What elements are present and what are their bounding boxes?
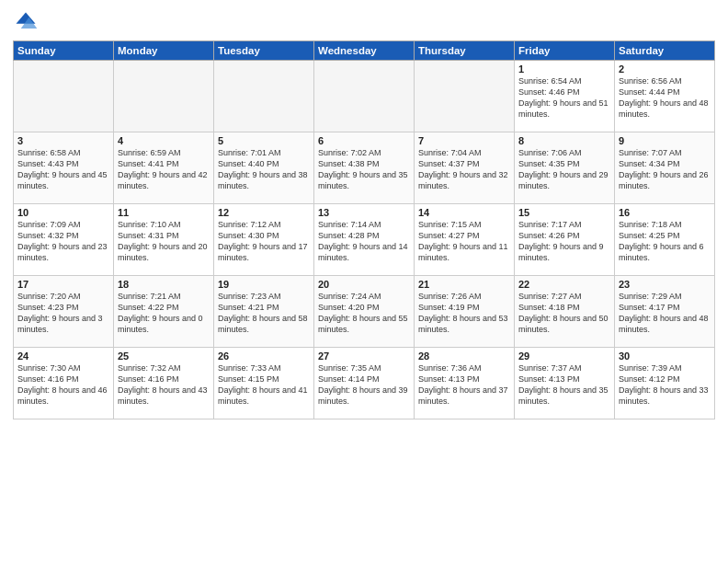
day-info: Sunrise: 7:37 AM Sunset: 4:13 PM Dayligh… bbox=[518, 362, 610, 408]
calendar-cell: 1Sunrise: 6:54 AM Sunset: 4:46 PM Daylig… bbox=[515, 61, 615, 132]
day-number: 18 bbox=[118, 279, 210, 290]
weekday-header-saturday: Saturday bbox=[615, 41, 715, 61]
day-info: Sunrise: 7:23 AM Sunset: 4:21 PM Dayligh… bbox=[218, 291, 310, 336]
day-info: Sunrise: 7:33 AM Sunset: 4:15 PM Dayligh… bbox=[218, 362, 310, 408]
day-number: 12 bbox=[218, 207, 310, 218]
calendar-cell: 14Sunrise: 7:15 AM Sunset: 4:27 PM Dayli… bbox=[415, 204, 515, 276]
calendar-cell bbox=[415, 61, 515, 132]
day-info: Sunrise: 7:07 AM Sunset: 4:34 PM Dayligh… bbox=[619, 147, 711, 192]
calendar-week-1: 1Sunrise: 6:54 AM Sunset: 4:46 PM Daylig… bbox=[14, 61, 715, 132]
calendar-cell: 10Sunrise: 7:09 AM Sunset: 4:32 PM Dayli… bbox=[14, 204, 114, 276]
header bbox=[13, 9, 715, 35]
calendar-table: SundayMondayTuesdayWednesdayThursdayFrid… bbox=[13, 40, 715, 419]
calendar-cell: 28Sunrise: 7:36 AM Sunset: 4:13 PM Dayli… bbox=[415, 348, 515, 419]
day-number: 19 bbox=[218, 279, 310, 290]
day-number: 20 bbox=[318, 279, 410, 290]
weekday-header-monday: Monday bbox=[114, 41, 214, 61]
day-number: 22 bbox=[518, 279, 610, 290]
calendar-cell: 21Sunrise: 7:26 AM Sunset: 4:19 PM Dayli… bbox=[415, 276, 515, 348]
weekday-header-friday: Friday bbox=[515, 41, 615, 61]
calendar-cell: 27Sunrise: 7:35 AM Sunset: 4:14 PM Dayli… bbox=[314, 348, 415, 419]
day-info: Sunrise: 6:58 AM Sunset: 4:43 PM Dayligh… bbox=[17, 147, 109, 192]
day-number: 9 bbox=[619, 135, 711, 146]
calendar-cell: 17Sunrise: 7:20 AM Sunset: 4:23 PM Dayli… bbox=[14, 276, 114, 348]
calendar-cell: 11Sunrise: 7:10 AM Sunset: 4:31 PM Dayli… bbox=[114, 204, 214, 276]
calendar-cell: 5Sunrise: 7:01 AM Sunset: 4:40 PM Daylig… bbox=[214, 132, 314, 204]
day-number: 10 bbox=[17, 207, 109, 218]
day-info: Sunrise: 7:20 AM Sunset: 4:23 PM Dayligh… bbox=[17, 291, 109, 336]
day-info: Sunrise: 7:18 AM Sunset: 4:25 PM Dayligh… bbox=[619, 219, 711, 264]
calendar-cell: 29Sunrise: 7:37 AM Sunset: 4:13 PM Dayli… bbox=[515, 348, 615, 419]
day-number: 1 bbox=[518, 63, 610, 75]
day-info: Sunrise: 7:35 AM Sunset: 4:14 PM Dayligh… bbox=[318, 362, 410, 408]
calendar-cell: 8Sunrise: 7:06 AM Sunset: 4:35 PM Daylig… bbox=[515, 132, 615, 204]
calendar-cell: 22Sunrise: 7:27 AM Sunset: 4:18 PM Dayli… bbox=[515, 276, 615, 348]
day-info: Sunrise: 6:54 AM Sunset: 4:46 PM Dayligh… bbox=[518, 75, 610, 121]
calendar-cell: 15Sunrise: 7:17 AM Sunset: 4:26 PM Dayli… bbox=[515, 204, 615, 276]
day-number: 25 bbox=[118, 350, 210, 362]
calendar-cell: 6Sunrise: 7:02 AM Sunset: 4:38 PM Daylig… bbox=[314, 132, 415, 204]
day-info: Sunrise: 7:39 AM Sunset: 4:12 PM Dayligh… bbox=[619, 362, 711, 408]
day-info: Sunrise: 7:30 AM Sunset: 4:16 PM Dayligh… bbox=[17, 362, 109, 408]
day-number: 14 bbox=[418, 207, 510, 218]
day-info: Sunrise: 7:01 AM Sunset: 4:40 PM Dayligh… bbox=[218, 147, 310, 192]
calendar-cell: 18Sunrise: 7:21 AM Sunset: 4:22 PM Dayli… bbox=[114, 276, 214, 348]
weekday-header-sunday: Sunday bbox=[14, 41, 114, 61]
calendar-week-4: 17Sunrise: 7:20 AM Sunset: 4:23 PM Dayli… bbox=[14, 276, 715, 348]
day-info: Sunrise: 7:14 AM Sunset: 4:28 PM Dayligh… bbox=[318, 219, 410, 264]
day-number: 24 bbox=[17, 350, 109, 362]
day-info: Sunrise: 7:29 AM Sunset: 4:17 PM Dayligh… bbox=[619, 291, 711, 336]
calendar-cell: 20Sunrise: 7:24 AM Sunset: 4:20 PM Dayli… bbox=[314, 276, 415, 348]
calendar-cell: 3Sunrise: 6:58 AM Sunset: 4:43 PM Daylig… bbox=[14, 132, 114, 204]
calendar-cell: 13Sunrise: 7:14 AM Sunset: 4:28 PM Dayli… bbox=[314, 204, 415, 276]
page: SundayMondayTuesdayWednesdayThursdayFrid… bbox=[0, 0, 728, 563]
day-number: 26 bbox=[218, 350, 310, 362]
calendar-cell: 16Sunrise: 7:18 AM Sunset: 4:25 PM Dayli… bbox=[615, 204, 715, 276]
calendar-cell bbox=[114, 61, 214, 132]
calendar-cell: 9Sunrise: 7:07 AM Sunset: 4:34 PM Daylig… bbox=[615, 132, 715, 204]
day-info: Sunrise: 7:04 AM Sunset: 4:37 PM Dayligh… bbox=[418, 147, 510, 192]
calendar-cell: 23Sunrise: 7:29 AM Sunset: 4:17 PM Dayli… bbox=[615, 276, 715, 348]
day-number: 21 bbox=[418, 279, 510, 290]
calendar-cell bbox=[314, 61, 415, 132]
day-info: Sunrise: 7:17 AM Sunset: 4:26 PM Dayligh… bbox=[518, 219, 610, 264]
calendar-week-2: 3Sunrise: 6:58 AM Sunset: 4:43 PM Daylig… bbox=[14, 132, 715, 204]
calendar-cell: 4Sunrise: 6:59 AM Sunset: 4:41 PM Daylig… bbox=[114, 132, 214, 204]
day-number: 28 bbox=[418, 350, 510, 362]
calendar-cell bbox=[14, 61, 114, 132]
calendar-header-row: SundayMondayTuesdayWednesdayThursdayFrid… bbox=[14, 41, 715, 61]
calendar-cell: 12Sunrise: 7:12 AM Sunset: 4:30 PM Dayli… bbox=[214, 204, 314, 276]
calendar-cell bbox=[214, 61, 314, 132]
day-info: Sunrise: 7:12 AM Sunset: 4:30 PM Dayligh… bbox=[218, 219, 310, 264]
day-number: 27 bbox=[318, 350, 410, 362]
day-info: Sunrise: 7:36 AM Sunset: 4:13 PM Dayligh… bbox=[418, 362, 510, 408]
calendar-cell: 26Sunrise: 7:33 AM Sunset: 4:15 PM Dayli… bbox=[214, 348, 314, 419]
calendar-cell: 30Sunrise: 7:39 AM Sunset: 4:12 PM Dayli… bbox=[615, 348, 715, 419]
day-info: Sunrise: 7:02 AM Sunset: 4:38 PM Dayligh… bbox=[318, 147, 410, 192]
day-info: Sunrise: 6:59 AM Sunset: 4:41 PM Dayligh… bbox=[118, 147, 210, 192]
day-number: 29 bbox=[518, 350, 610, 362]
weekday-header-thursday: Thursday bbox=[415, 41, 515, 61]
day-info: Sunrise: 7:15 AM Sunset: 4:27 PM Dayligh… bbox=[418, 219, 510, 264]
calendar-cell: 19Sunrise: 7:23 AM Sunset: 4:21 PM Dayli… bbox=[214, 276, 314, 348]
logo-icon bbox=[13, 9, 39, 35]
logo bbox=[13, 9, 42, 35]
day-number: 16 bbox=[619, 207, 711, 218]
day-number: 30 bbox=[619, 350, 711, 362]
day-info: Sunrise: 7:24 AM Sunset: 4:20 PM Dayligh… bbox=[318, 291, 410, 336]
day-number: 4 bbox=[118, 135, 210, 146]
day-number: 11 bbox=[118, 207, 210, 218]
calendar-cell: 24Sunrise: 7:30 AM Sunset: 4:16 PM Dayli… bbox=[14, 348, 114, 419]
day-info: Sunrise: 7:27 AM Sunset: 4:18 PM Dayligh… bbox=[518, 291, 610, 336]
weekday-header-tuesday: Tuesday bbox=[214, 41, 314, 61]
day-number: 15 bbox=[518, 207, 610, 218]
weekday-header-wednesday: Wednesday bbox=[314, 41, 415, 61]
calendar-week-5: 24Sunrise: 7:30 AM Sunset: 4:16 PM Dayli… bbox=[14, 348, 715, 419]
day-number: 13 bbox=[318, 207, 410, 218]
day-number: 3 bbox=[17, 135, 109, 146]
day-number: 7 bbox=[418, 135, 510, 146]
day-number: 23 bbox=[619, 279, 711, 290]
day-info: Sunrise: 7:09 AM Sunset: 4:32 PM Dayligh… bbox=[17, 219, 109, 264]
day-info: Sunrise: 7:06 AM Sunset: 4:35 PM Dayligh… bbox=[518, 147, 610, 192]
day-number: 6 bbox=[318, 135, 410, 146]
